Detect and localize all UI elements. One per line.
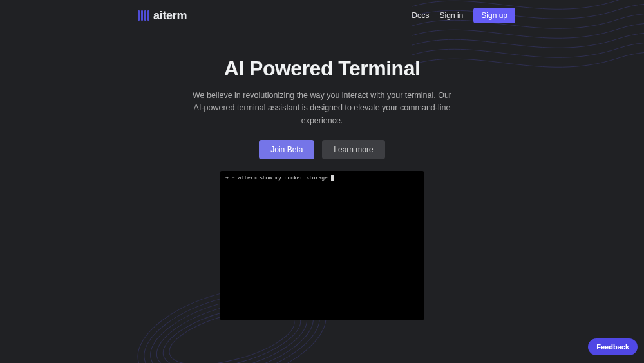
hero-title: AI Powered Terminal	[0, 57, 644, 81]
hero-buttons: Join Beta Learn more	[0, 140, 644, 159]
logo-bars-icon	[138, 10, 149, 21]
signin-link[interactable]: Sign in	[440, 11, 464, 20]
brand-name: aiterm	[153, 9, 187, 23]
terminal-cursor-icon	[331, 175, 334, 181]
prompt-arrow-icon: ➜	[225, 175, 229, 181]
prompt-tilde: ~	[232, 175, 235, 181]
site-header: aiterm Docs Sign in Sign up	[0, 0, 644, 31]
join-beta-button[interactable]: Join Beta	[259, 140, 314, 159]
docs-link[interactable]: Docs	[412, 11, 429, 20]
hero-subtitle: We believe in revolutionizing the way yo…	[190, 90, 454, 127]
terminal-line: ➜ ~ aiterm show my docker storage	[220, 171, 424, 181]
learn-more-button[interactable]: Learn more	[322, 140, 384, 159]
brand-logo[interactable]: aiterm	[138, 9, 187, 23]
feedback-button[interactable]: Feedback	[588, 338, 638, 355]
hero-section: AI Powered Terminal We believe in revolu…	[0, 57, 644, 320]
signup-button[interactable]: Sign up	[473, 8, 515, 23]
terminal-command: aiterm show my docker storage	[238, 175, 328, 181]
terminal-preview: ➜ ~ aiterm show my docker storage	[220, 171, 424, 320]
nav-links: Docs Sign in Sign up	[412, 8, 515, 23]
